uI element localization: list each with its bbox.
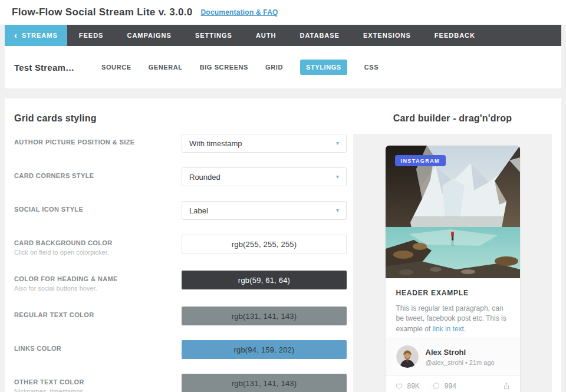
- text-link[interactable]: link in text: [433, 325, 464, 333]
- tab-stylings[interactable]: STYLINGS: [300, 60, 347, 75]
- social-icon-style-select[interactable]: Label ▾: [182, 201, 347, 220]
- field-label: CARD CORNERS STYLE: [14, 172, 176, 179]
- field-label: LINKS COLOR: [14, 345, 176, 352]
- form-row: COLOR FOR HEADING & NAME Also for social…: [14, 271, 353, 292]
- form-row: CARD CORNERS STYLE Rounded ▾: [14, 167, 353, 186]
- select-value: Rounded: [189, 173, 221, 182]
- nav-item-label: SETTINGS: [195, 32, 232, 39]
- card-corners-style-select[interactable]: Rounded ▾: [182, 167, 347, 186]
- comments-count: 994: [445, 382, 456, 390]
- chevron-down-icon: ▾: [336, 140, 339, 146]
- nav-item-label: FEEDBACK: [435, 32, 475, 39]
- nav-item-streams[interactable]: ‹ STREAMS: [5, 25, 67, 46]
- network-badge[interactable]: INSTAGRAM: [395, 155, 446, 166]
- stream-name: Test Stream…: [14, 62, 101, 73]
- field-label: CARD BACKGROUND COLOR: [14, 239, 176, 246]
- nav-item-label: FEEDS: [79, 32, 104, 39]
- other-text-color-field[interactable]: rgb(131, 141, 143): [182, 374, 347, 392]
- card-builder-title: Card builder - drag'n'drop: [353, 113, 552, 124]
- grid-cards-styling-form: Grid cards styling AUTHOR PICTURE POSITI…: [14, 113, 353, 392]
- preview-card[interactable]: INSTAGRAM HEADER EXAMPLE This is regular…: [386, 146, 520, 392]
- nav-item-feedback[interactable]: FEEDBACK: [423, 25, 487, 46]
- nav-item-settings[interactable]: SETTINGS: [183, 25, 244, 46]
- author-info: Alex Strohl @alex_strohl • 21m ago: [426, 348, 495, 366]
- heart-icon[interactable]: [395, 382, 403, 390]
- links-color-field[interactable]: rgb(94, 159, 202): [182, 340, 347, 359]
- documentation-link[interactable]: Documentation & FAQ: [200, 8, 278, 17]
- nav-item-label: AUTH: [256, 32, 277, 39]
- field-sublabel: Click on field to open colorpicker.: [14, 249, 176, 256]
- select-value: Label: [189, 206, 208, 215]
- field-sublabel: Also for social buttons hover.: [14, 285, 176, 292]
- form-row: REGULAR TEXT COLOR rgb(131, 141, 143): [14, 307, 353, 325]
- card-author-block[interactable]: Alex Strohl @alex_strohl • 21m ago: [386, 337, 520, 375]
- tab-big-screens[interactable]: BIG SCREENS: [200, 64, 248, 71]
- field-label: REGULAR TEXT COLOR: [14, 311, 176, 318]
- section-title: Grid cards styling: [14, 113, 353, 124]
- field-label: OTHER TEXT COLOR: [14, 378, 176, 386]
- form-row: SOCIAL ICON STYLE Label ▾: [14, 201, 353, 220]
- app-title: Flow-Flow Social Stream Lite v. 3.0.0: [12, 6, 192, 18]
- stylings-panel: Grid cards styling AUTHOR PICTURE POSITI…: [5, 98, 561, 392]
- tab-source[interactable]: SOURCE: [101, 64, 131, 71]
- form-row: LINKS COLOR rgb(94, 159, 202): [14, 340, 353, 359]
- field-label: SOCIAL ICON STYLE: [14, 206, 176, 213]
- author-picture-position-select[interactable]: With timestamp ▾: [182, 134, 347, 153]
- nav-item-campaigns[interactable]: CAMPAIGNS: [115, 25, 183, 46]
- nav-item-label: STREAMS: [22, 32, 58, 39]
- card-paragraph: This is regular text paragraph, can be t…: [396, 304, 509, 334]
- nav-item-extensions[interactable]: EXTENSIONS: [351, 25, 423, 46]
- likes-count: 89K: [407, 382, 420, 390]
- chevron-left-icon: ‹: [14, 31, 18, 39]
- card-builder-panel: INSTAGRAM HEADER EXAMPLE This is regular…: [353, 134, 552, 392]
- comment-icon[interactable]: [432, 382, 440, 390]
- nav-item-database[interactable]: DATABASE: [288, 25, 351, 46]
- stream-subheader: Test Stream… SOURCE GENERAL BIG SCREENS …: [5, 46, 561, 88]
- stream-tabs: SOURCE GENERAL BIG SCREENS GRID STYLINGS…: [101, 60, 379, 75]
- share-icon[interactable]: [502, 382, 511, 390]
- card-heading: HEADER EXAMPLE: [396, 289, 509, 297]
- card-builder: Card builder - drag'n'drop: [353, 113, 552, 392]
- field-sublabel: Nicknames, timestamps.: [14, 388, 176, 392]
- tab-grid[interactable]: GRID: [265, 64, 283, 71]
- chevron-down-icon: ▾: [336, 207, 339, 213]
- heading-name-color-field[interactable]: rgb(59, 61, 64): [182, 271, 347, 289]
- card-text-block[interactable]: HEADER EXAMPLE This is regular text para…: [386, 278, 520, 337]
- nav-item-auth[interactable]: AUTH: [244, 25, 288, 46]
- nav-item-label: DATABASE: [300, 32, 339, 39]
- field-label: COLOR FOR HEADING & NAME: [14, 275, 176, 282]
- nav-item-feeds[interactable]: FEEDS: [67, 25, 116, 46]
- app-header: Flow-Flow Social Stream Lite v. 3.0.0 Do…: [0, 0, 566, 25]
- select-value: With timestamp: [189, 139, 242, 148]
- nav-item-label: EXTENSIONS: [363, 32, 411, 39]
- author-meta: @alex_strohl • 21m ago: [426, 359, 495, 366]
- field-label: AUTHOR PICTURE POSITION & SIZE: [14, 139, 176, 146]
- author-name: Alex Strohl: [426, 348, 495, 357]
- form-row: CARD BACKGROUND COLOR Click on field to …: [14, 235, 353, 256]
- form-row: AUTHOR PICTURE POSITION & SIZE With time…: [14, 134, 353, 153]
- chevron-down-icon: ▾: [336, 174, 339, 180]
- regular-text-color-field[interactable]: rgb(131, 141, 143): [182, 307, 347, 325]
- tab-general[interactable]: GENERAL: [149, 64, 183, 71]
- avatar: [396, 345, 419, 368]
- form-row: OTHER TEXT COLOR Nicknames, timestamps. …: [14, 374, 353, 392]
- card-footer[interactable]: 89K 994: [386, 375, 520, 392]
- card-photo[interactable]: INSTAGRAM: [386, 146, 520, 278]
- tab-css[interactable]: CSS: [364, 64, 379, 71]
- panel-divider: [0, 88, 566, 98]
- main-navbar: ‹ STREAMS FEEDS CAMPAIGNS SETTINGS AUTH …: [5, 25, 561, 46]
- card-background-color-field[interactable]: rgb(255, 255, 255): [182, 235, 347, 253]
- nav-item-label: CAMPAIGNS: [127, 32, 171, 39]
